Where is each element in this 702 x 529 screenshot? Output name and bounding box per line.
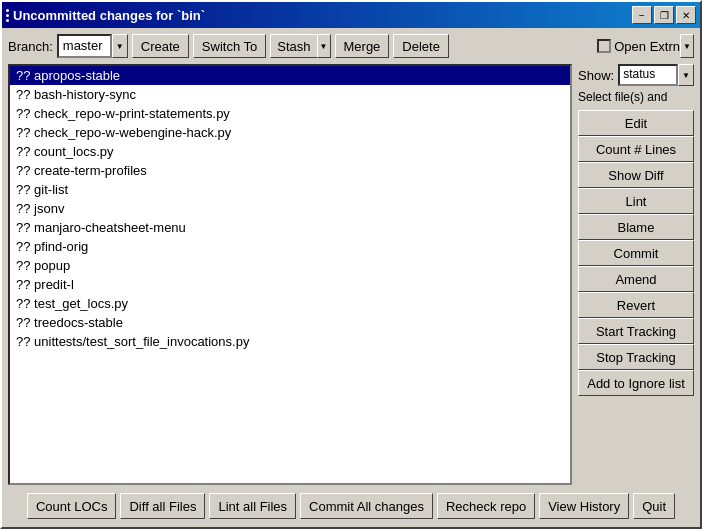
file-item[interactable]: ?? pfind-orig bbox=[10, 237, 570, 256]
title-bar: Uncommitted changes for `bin` − ❐ ✕ bbox=[2, 2, 700, 28]
open-extrn-combo: Open Extrn ▼ bbox=[597, 34, 694, 58]
show-row: Show: status ▼ bbox=[578, 64, 694, 86]
bottom-bar: Count LOCsDiff all FilesLint all FilesCo… bbox=[8, 491, 694, 521]
file-item[interactable]: ?? apropos-stable bbox=[10, 66, 570, 85]
file-item[interactable]: ?? check_repo-w-print-statements.py bbox=[10, 104, 570, 123]
diff-all-files-button[interactable]: Diff all Files bbox=[120, 493, 205, 519]
file-item[interactable]: ?? jsonv bbox=[10, 199, 570, 218]
file-item[interactable]: ?? create-term-profiles bbox=[10, 161, 570, 180]
file-item[interactable]: ?? bash-history-sync bbox=[10, 85, 570, 104]
commit-all-button[interactable]: Commit All changes bbox=[300, 493, 433, 519]
stash-combo-button: Stash ▼ bbox=[270, 34, 330, 58]
main-area: ?? apropos-stable?? bash-history-sync?? … bbox=[8, 64, 694, 485]
main-window: Uncommitted changes for `bin` − ❐ ✕ Bran… bbox=[0, 0, 702, 529]
branch-label: Branch: bbox=[8, 39, 53, 54]
show-diff-button[interactable]: Show Diff bbox=[578, 162, 694, 188]
open-extrn-label: Open Extrn bbox=[614, 39, 680, 54]
file-item[interactable]: ?? predit-l bbox=[10, 275, 570, 294]
file-item[interactable]: ?? check_repo-w-webengine-hack.py bbox=[10, 123, 570, 142]
amend-button[interactable]: Amend bbox=[578, 266, 694, 292]
window-title: Uncommitted changes for `bin` bbox=[13, 8, 205, 23]
count-locs-button[interactable]: Count LOCs bbox=[27, 493, 117, 519]
stash-dropdown-icon[interactable]: ▼ bbox=[317, 34, 331, 58]
revert-button[interactable]: Revert bbox=[578, 292, 694, 318]
file-item[interactable]: ?? test_get_locs.py bbox=[10, 294, 570, 313]
quit-button[interactable]: Quit bbox=[633, 493, 675, 519]
right-panel: Show: status ▼ Select file(s) and EditCo… bbox=[578, 64, 694, 485]
view-history-button[interactable]: View History bbox=[539, 493, 629, 519]
lint-all-files-button[interactable]: Lint all Files bbox=[209, 493, 296, 519]
blame-button[interactable]: Blame bbox=[578, 214, 694, 240]
file-item[interactable]: ?? git-list bbox=[10, 180, 570, 199]
minimize-button[interactable]: − bbox=[632, 6, 652, 24]
commit-button[interactable]: Commit bbox=[578, 240, 694, 266]
open-extrn-dropdown-icon[interactable]: ▼ bbox=[680, 34, 694, 58]
window-content: Branch: master ▼ Create Switch To Stash … bbox=[2, 28, 700, 527]
stash-button[interactable]: Stash bbox=[270, 34, 316, 58]
file-item[interactable]: ?? count_locs.py bbox=[10, 142, 570, 161]
show-label: Show: bbox=[578, 68, 614, 83]
file-item[interactable]: ?? unittests/test_sort_file_invocations.… bbox=[10, 332, 570, 351]
title-controls: − ❐ ✕ bbox=[632, 6, 696, 24]
stop-tracking-button[interactable]: Stop Tracking bbox=[578, 344, 694, 370]
file-item[interactable]: ?? popup bbox=[10, 256, 570, 275]
create-button[interactable]: Create bbox=[132, 34, 189, 58]
file-item[interactable]: ?? treedocs-stable bbox=[10, 313, 570, 332]
file-list[interactable]: ?? apropos-stable?? bash-history-sync?? … bbox=[8, 64, 572, 485]
start-tracking-button[interactable]: Start Tracking bbox=[578, 318, 694, 344]
edit-button[interactable]: Edit bbox=[578, 110, 694, 136]
file-item[interactable]: ?? manjaro-cheatsheet-menu bbox=[10, 218, 570, 237]
delete-button[interactable]: Delete bbox=[393, 34, 449, 58]
show-input[interactable]: status bbox=[618, 64, 678, 86]
branch-dropdown-icon[interactable]: ▼ bbox=[112, 34, 128, 58]
close-button[interactable]: ✕ bbox=[676, 6, 696, 24]
show-combo: status ▼ bbox=[618, 64, 694, 86]
branch-combo: master ▼ bbox=[57, 34, 128, 58]
title-bar-left: Uncommitted changes for `bin` bbox=[6, 8, 205, 23]
add-to-ignore-button[interactable]: Add to Ignore list bbox=[578, 370, 694, 396]
toolbar: Branch: master ▼ Create Switch To Stash … bbox=[8, 34, 694, 58]
show-dropdown-icon[interactable]: ▼ bbox=[678, 64, 694, 86]
right-buttons: EditCount # LinesShow DiffLintBlameCommi… bbox=[578, 110, 694, 396]
switch-to-button[interactable]: Switch To bbox=[193, 34, 266, 58]
count-lines-button[interactable]: Count # Lines bbox=[578, 136, 694, 162]
merge-button[interactable]: Merge bbox=[335, 34, 390, 58]
select-files-label: Select file(s) and bbox=[578, 90, 694, 104]
recheck-repo-button[interactable]: Recheck repo bbox=[437, 493, 535, 519]
window-menu-icon[interactable] bbox=[6, 9, 9, 22]
open-extrn-checkbox[interactable] bbox=[597, 39, 611, 53]
restore-button[interactable]: ❐ bbox=[654, 6, 674, 24]
branch-input[interactable]: master bbox=[57, 34, 112, 58]
lint-button[interactable]: Lint bbox=[578, 188, 694, 214]
